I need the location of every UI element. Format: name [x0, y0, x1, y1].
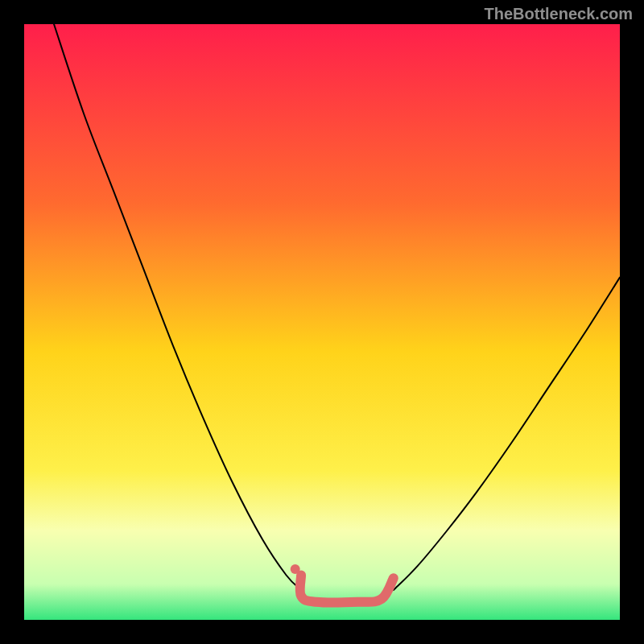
gradient-background — [24, 24, 620, 620]
plot-area — [24, 24, 620, 620]
chart-frame: TheBottleneck.com — [0, 0, 644, 644]
watermark-text: TheBottleneck.com — [485, 5, 633, 23]
chart-svg — [24, 24, 620, 620]
series-bottom-dot-point — [291, 564, 300, 574]
